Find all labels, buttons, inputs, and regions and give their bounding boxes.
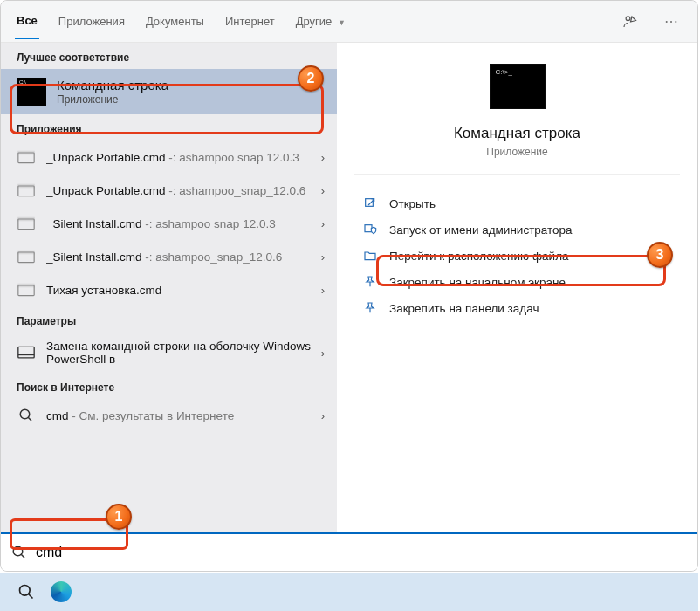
preview-title: Командная строка <box>354 125 680 142</box>
settings-result-title: Замена командной строки на оболочку Wind… <box>46 340 316 366</box>
chevron-right-icon: › <box>321 151 325 164</box>
action-pin-taskbar-label: Закрепить на панели задач <box>389 302 539 315</box>
taskbar-settings-icon <box>17 343 36 362</box>
annotation-badge-1: 1 <box>106 504 132 530</box>
chevron-right-icon: › <box>321 217 325 230</box>
action-admin-label: Запуск от имени администратора <box>389 223 573 237</box>
svg-rect-15 <box>366 199 374 207</box>
svg-point-19 <box>20 586 31 596</box>
app-result[interactable]: _Unpack Portable.cmd -: ashampoo_snap_12… <box>1 174 337 207</box>
pin-start-icon <box>360 275 381 289</box>
annotation-badge-2: 2 <box>298 65 324 92</box>
action-pin-start-label: Закрепить на начальном экране <box>389 276 566 289</box>
chevron-right-icon: › <box>321 251 325 264</box>
app-result-title: _Unpack Portable.cmd -: ashampoo_snap_12… <box>46 184 316 197</box>
settings-result[interactable]: Замена командной строки на оболочку Wind… <box>1 333 337 373</box>
chevron-right-icon: › <box>321 284 325 297</box>
best-match-sub: Приложение <box>57 93 325 106</box>
preview-cmd-icon: C:\>_ <box>490 64 546 109</box>
batch-file-icon <box>17 148 36 167</box>
svg-line-20 <box>29 594 33 599</box>
app-result-title: _Unpack Portable.cmd -: ashampoo snap 12… <box>46 151 316 164</box>
app-result-title: _Silent Install.cmd -: ashampoo snap 12.… <box>46 217 316 230</box>
action-pin-start[interactable]: Закрепить на начальном экране <box>354 269 680 295</box>
taskbar <box>0 573 698 611</box>
tab-internet[interactable]: Интернет <box>223 4 277 38</box>
batch-file-icon <box>17 214 36 233</box>
search-bar[interactable] <box>1 532 697 571</box>
section-web: Поиск в Интернете <box>1 373 337 399</box>
action-open-location[interactable]: Перейти к расположению файла <box>354 243 680 269</box>
svg-rect-11 <box>18 347 34 358</box>
app-result[interactable]: _Silent Install.cmd -: ashampoo snap 12.… <box>1 207 337 240</box>
filter-tabs: Все Приложения Документы Интернет Другие… <box>1 1 697 43</box>
app-result[interactable]: _Silent Install.cmd -: ashampoo_snap_12.… <box>1 240 337 273</box>
svg-line-14 <box>28 417 31 421</box>
svg-point-17 <box>13 546 23 556</box>
best-match-title: Командная строка <box>57 78 325 93</box>
feedback-icon[interactable] <box>617 10 642 34</box>
results-list: Лучшее соответствие C:\_ Командная строк… <box>1 43 337 532</box>
svg-rect-6 <box>18 217 34 220</box>
cmd-icon: C:\_ <box>17 78 46 106</box>
app-result[interactable]: _Unpack Portable.cmd -: ashampoo snap 12… <box>1 141 337 174</box>
search-flyout: Все Приложения Документы Интернет Другие… <box>0 0 698 572</box>
taskbar-edge-button[interactable] <box>44 574 79 609</box>
app-result[interactable]: Тихая установка.cmd › <box>1 273 337 306</box>
folder-location-icon <box>360 249 381 263</box>
search-input[interactable] <box>36 545 687 560</box>
search-icon <box>11 545 27 560</box>
best-match-item[interactable]: C:\_ Командная строка Приложение <box>1 69 337 114</box>
batch-file-icon <box>17 280 36 299</box>
batch-file-icon <box>17 181 36 200</box>
section-best-match: Лучшее соответствие <box>1 43 337 69</box>
batch-file-icon <box>17 247 36 266</box>
chevron-right-icon: › <box>321 347 325 360</box>
more-icon[interactable]: ⋯ <box>659 10 683 34</box>
svg-rect-10 <box>18 284 34 286</box>
svg-point-13 <box>20 409 30 419</box>
action-open[interactable]: Открыть <box>354 190 680 216</box>
section-settings: Параметры <box>1 306 337 333</box>
preview-pane: C:\>_ Командная строка Приложение Открыт… <box>337 43 697 532</box>
svg-rect-8 <box>18 251 34 253</box>
pin-taskbar-icon <box>360 301 381 315</box>
open-icon <box>360 196 381 210</box>
tab-other-label: Другие <box>296 15 333 28</box>
chevron-right-icon: › <box>321 184 325 197</box>
chevron-right-icon: › <box>321 409 325 422</box>
preview-sub: Приложение <box>354 146 680 175</box>
chevron-down-icon: ▼ <box>338 18 346 27</box>
search-icon <box>17 406 36 425</box>
actions-list: Открыть Запуск от имени администратора П… <box>354 190 680 321</box>
svg-line-18 <box>21 554 24 558</box>
app-result-title: _Silent Install.cmd -: ashampoo_snap_12.… <box>46 251 316 264</box>
section-apps: Приложения <box>1 114 337 141</box>
web-result[interactable]: cmd - См. результаты в Интернете › <box>1 399 337 432</box>
svg-rect-4 <box>18 184 34 187</box>
edge-icon <box>51 581 72 602</box>
action-pin-taskbar[interactable]: Закрепить на панели задач <box>354 295 680 321</box>
action-open-label: Открыть <box>389 197 436 210</box>
annotation-badge-3: 3 <box>647 242 673 268</box>
tab-other[interactable]: Другие ▼ <box>294 4 347 38</box>
tab-all[interactable]: Все <box>15 3 39 39</box>
svg-point-0 <box>626 16 630 20</box>
admin-shield-icon <box>360 223 381 237</box>
action-run-as-admin[interactable]: Запуск от имени администратора <box>354 216 680 243</box>
web-result-title: cmd - См. результаты в Интернете <box>46 409 316 422</box>
taskbar-search-button[interactable] <box>9 574 44 609</box>
svg-rect-2 <box>18 151 34 154</box>
action-location-label: Перейти к расположению файла <box>389 250 569 263</box>
tab-documents[interactable]: Документы <box>144 4 206 38</box>
app-result-title: Тихая установка.cmd <box>46 284 316 297</box>
tab-apps[interactable]: Приложения <box>57 4 127 38</box>
